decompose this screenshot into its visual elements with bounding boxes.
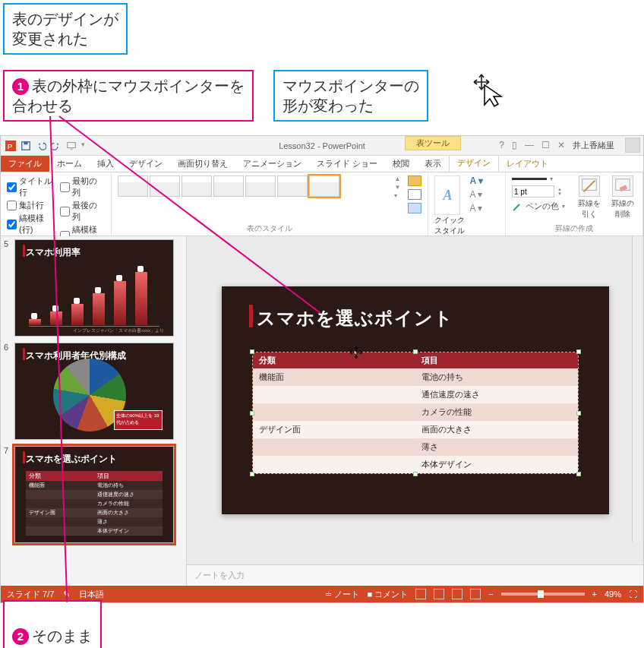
close-icon[interactable]: ✕ (557, 140, 565, 150)
thumbnail-pane[interactable]: 5 スマホ利用率 インプレスジャパン「スマホ白 (1, 236, 187, 586)
zoom-out-button[interactable]: − (488, 590, 493, 599)
quick-style-button[interactable]: A (434, 175, 460, 215)
save-icon[interactable] (21, 141, 31, 151)
gallery-down-icon[interactable]: ▼ (394, 184, 400, 191)
ribbon-tabs: ファイル ホーム 挿入 デザイン 画面切り替え アニメーション スライド ショー… (1, 156, 643, 172)
thumbnail-slide-5[interactable]: スマホ利用率 インプレスジャパン「スマホ白書xxxx」より (14, 239, 174, 337)
powerpoint-window: P ▾ Lesson32 - PowerPoint 表ツール ? ▯ — ☐ ✕… (0, 135, 644, 603)
view-normal-icon[interactable] (415, 589, 426, 599)
text-effects-icon[interactable]: A ▾ (469, 203, 483, 213)
view-reading-icon[interactable] (452, 589, 462, 599)
user-name: 井上香緒里 (573, 140, 614, 151)
opt-total-row[interactable]: 集計行 (7, 200, 52, 211)
status-language[interactable]: 日本語 (79, 589, 104, 600)
group-table-styles: 表のスタイル (118, 222, 421, 235)
group-borders: 罫線の作成 (512, 222, 636, 235)
table-cell[interactable] (253, 403, 415, 421)
notes-pane[interactable]: ノートを入力 (187, 564, 643, 586)
tab-animation[interactable]: アニメーション (235, 156, 309, 172)
table-cell[interactable]: 本体デザイン (415, 456, 578, 473)
text-outline-icon[interactable]: A ▾ (469, 189, 483, 200)
table-style-gallery[interactable] (118, 175, 391, 197)
start-slideshow-icon[interactable] (66, 141, 77, 151)
table-cell[interactable]: 画面の大きさ (415, 421, 578, 438)
pen-color-label: ペンの色 (526, 201, 559, 212)
zoom-slider[interactable] (501, 593, 585, 596)
thumbnail-slide-6[interactable]: スマホ利用者年代別構成 全体の90%以上を 10代が占める (14, 343, 174, 440)
vertical-scrollbar[interactable] (632, 236, 641, 542)
pen-width-down[interactable]: ▼ (557, 191, 565, 196)
status-notes-button[interactable]: ≐ ノート (325, 589, 359, 600)
opt-first-col[interactable]: 最初の列 (60, 175, 105, 198)
thumb-6-callout: 全体の90%以上を 10代が占める (114, 410, 163, 430)
pen-width-input[interactable] (512, 185, 554, 198)
table-cell[interactable]: カメラの性能 (415, 403, 578, 421)
thumb-num-5: 5 (4, 239, 14, 337)
gallery-more-icon[interactable]: ▾ (394, 192, 400, 199)
callout-pointer-changed: マウスポインターの 形が変わった (273, 70, 428, 122)
help-icon[interactable]: ? (499, 140, 504, 150)
contextual-tab-header: 表ツール (405, 136, 461, 150)
quick-style-label: クイック スタイル (434, 215, 465, 236)
zoom-level[interactable]: 49% (605, 590, 621, 599)
gallery-up-icon[interactable]: ▲ (394, 175, 400, 182)
tab-table-layout[interactable]: レイアウト (499, 156, 556, 172)
slide-table[interactable]: 分類 項目 機能面電池の持ち 通信速度の速さ カメラの性能 デザイン面画面の大き… (252, 352, 579, 474)
table-cell[interactable]: 電池の持ち (415, 368, 578, 386)
svg-text:P: P (8, 141, 12, 150)
erase-border-button[interactable]: 罫線の 削除 (609, 175, 636, 220)
tab-review[interactable]: 校閲 (385, 156, 417, 172)
text-fill-icon[interactable]: A ▾ (469, 175, 483, 186)
tab-transition[interactable]: 画面切り替え (170, 156, 235, 172)
table-cell[interactable] (253, 456, 415, 473)
view-sorter-icon[interactable] (434, 589, 444, 599)
tab-file[interactable]: ファイル (1, 156, 49, 172)
table-cell[interactable] (253, 386, 415, 403)
opt-banded-row[interactable]: 縞模様 (行) (7, 213, 52, 235)
opt-last-col[interactable]: 最後の列 (60, 200, 105, 223)
draw-border-button[interactable]: 罫線を 引く (576, 175, 603, 220)
qat-dropdown-icon[interactable]: ▾ (81, 141, 85, 151)
slide-title[interactable]: スマホを選ぶポイント (257, 306, 453, 330)
tab-table-design[interactable]: デザイン (449, 154, 499, 172)
move-cursor-illustration (471, 71, 509, 109)
zoom-in-button[interactable]: + (592, 590, 597, 599)
status-slide-number: スライド 7/7 (7, 589, 54, 600)
status-comments-button[interactable]: ■ コメント (367, 589, 408, 600)
maximize-icon[interactable]: ☐ (541, 140, 550, 150)
fit-window-icon[interactable]: ⛶ (629, 590, 637, 599)
pen-style-icon[interactable] (512, 178, 547, 180)
ribbon-display-icon[interactable]: ▯ (512, 140, 517, 150)
tab-slideshow[interactable]: スライド ショー (309, 156, 385, 172)
thumb-5-title: スマホ利用率 (26, 246, 80, 259)
thumb-5-chart (29, 267, 159, 325)
slide-canvas[interactable]: スマホを選ぶポイント 分類 項目 機能面電池の持ち 通信速度の速さ カメラの性能… (222, 286, 609, 514)
erase-border-icon (612, 175, 633, 197)
thumb-5-attribution: インプレスジャパン「スマホ白書xxxx」より (73, 327, 164, 334)
pen-color-icon[interactable] (512, 201, 522, 212)
avatar[interactable] (625, 138, 640, 153)
editor-pane: スマホを選ぶポイント 分類 項目 機能面電池の持ち 通信速度の速さ カメラの性能… (187, 236, 643, 586)
tab-home[interactable]: ホーム (49, 156, 90, 172)
borders-icon[interactable] (408, 189, 421, 200)
thumb-num-7: 7 (4, 446, 14, 543)
redo-icon[interactable] (51, 141, 62, 151)
table-cell[interactable]: 機能面 (253, 368, 415, 386)
undo-icon[interactable] (36, 141, 46, 151)
table-header-2[interactable]: 項目 (415, 352, 578, 368)
step-1-text: 表の外枠にマウスポインターを合わせる (12, 77, 245, 114)
shading-icon[interactable] (408, 175, 421, 186)
quick-access-toolbar: P ▾ (1, 141, 85, 151)
view-slideshow-icon[interactable] (470, 589, 481, 599)
table-header-1[interactable]: 分類 (253, 352, 415, 368)
opt-title-row[interactable]: タイトル行 (7, 175, 52, 198)
minimize-icon[interactable]: — (525, 140, 534, 150)
table-cell[interactable]: 通信速度の速さ (415, 386, 578, 403)
svg-rect-3 (24, 141, 27, 144)
table-cell[interactable]: 薄さ (415, 438, 578, 456)
table-cell[interactable]: デザイン面 (253, 421, 415, 438)
tab-view[interactable]: 表示 (417, 156, 449, 172)
table-cell[interactable] (253, 438, 415, 456)
thumbnail-slide-7[interactable]: スマホを選ぶポイント 分類項目 機能面電池の持ち 通信速度の速さ カメラの性能 … (14, 446, 174, 543)
effects-icon[interactable] (408, 203, 421, 213)
